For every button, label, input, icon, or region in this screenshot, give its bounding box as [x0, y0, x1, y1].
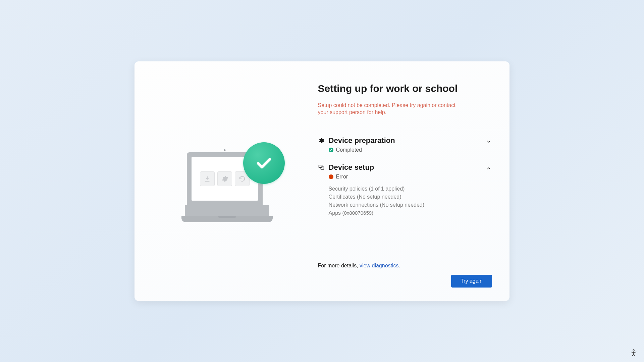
error-message: Setup could not be completed. Please try… — [318, 102, 459, 116]
section-device-setup: Device setup Error Security policies (1 … — [318, 163, 492, 218]
section-header-preparation[interactable]: Device preparation — [318, 136, 479, 145]
laptop-camera — [224, 149, 226, 151]
setup-card: Setting up for work or school Setup coul… — [135, 61, 509, 301]
devices-icon — [318, 164, 325, 171]
section-header-setup[interactable]: Device setup — [318, 163, 479, 172]
detail-apps-code: (0x80070659) — [342, 210, 374, 216]
content-pane: Setting up for work or school Setup coul… — [312, 83, 492, 288]
download-icon — [200, 171, 215, 186]
illustration-pane — [152, 83, 312, 288]
detail-apps-label: Apps — [329, 210, 341, 216]
section-title: Device setup — [329, 163, 374, 172]
check-circle-icon — [329, 148, 333, 152]
chevron-up-icon — [485, 165, 492, 172]
status-label: Error — [336, 174, 348, 180]
footer: For more details, view diagnostics. Try … — [318, 263, 492, 288]
section-device-preparation: Device preparation Completed — [318, 136, 492, 153]
diagnostics-line: For more details, view diagnostics. — [318, 263, 492, 269]
detail-network: Network connections (No setup needed) — [329, 202, 479, 208]
laptop-illustration — [181, 148, 282, 222]
status-label: Completed — [336, 147, 362, 153]
gear-icon — [217, 171, 232, 186]
checkmark-badge-icon — [243, 142, 285, 184]
error-dot-icon — [329, 174, 333, 179]
section-title: Device preparation — [329, 136, 395, 145]
setup-details: Security policies (1 of 1 applied) Certi… — [329, 186, 479, 216]
try-again-button[interactable]: Try again — [451, 275, 492, 288]
laptop-hinge — [185, 205, 269, 216]
svg-point-2 — [633, 350, 634, 351]
view-diagnostics-link[interactable]: view diagnostics — [360, 263, 399, 268]
page-title: Setting up for work or school — [318, 83, 492, 94]
status-row-preparation: Completed — [329, 147, 479, 153]
accessibility-button[interactable] — [629, 349, 638, 357]
detail-certificates: Certificates (No setup needed) — [329, 194, 479, 200]
chevron-down-icon — [485, 138, 492, 145]
svg-rect-0 — [319, 165, 322, 168]
status-row-setup: Error — [329, 174, 479, 180]
gear-settings-icon — [318, 137, 325, 144]
diagnostics-prefix: For more details, — [318, 263, 360, 268]
detail-apps: Apps (0x80070659) — [329, 210, 479, 216]
diagnostics-suffix: . — [399, 263, 400, 268]
detail-security-policies: Security policies (1 of 1 applied) — [329, 186, 479, 192]
laptop-base — [181, 216, 273, 222]
